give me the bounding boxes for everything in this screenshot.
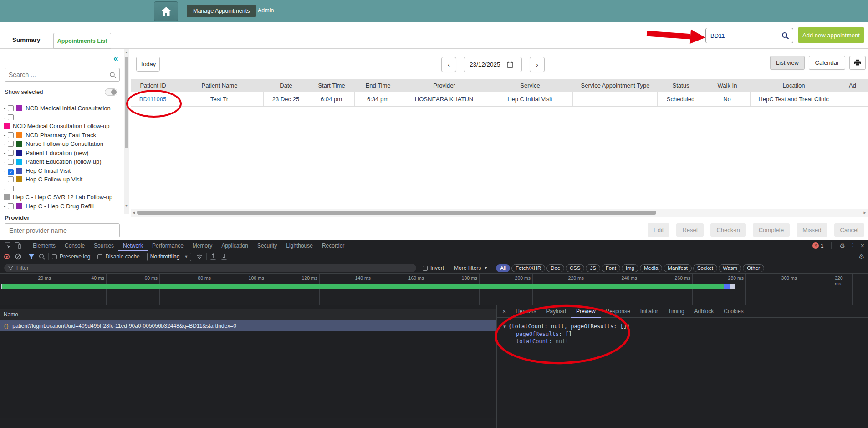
table-horizontal-scrollbar[interactable]: ◀ ▶ (131, 209, 868, 217)
service-checkbox[interactable] (8, 176, 14, 182)
details-tab-response[interactable]: Response (601, 305, 635, 318)
devtools-tab-sources[interactable]: Sources (89, 240, 118, 251)
inspect-element-icon[interactable] (4, 242, 11, 249)
details-tab-timing[interactable]: Timing (663, 305, 689, 318)
horizontal-scrollbar-thumb[interactable] (137, 211, 656, 215)
pill-doc[interactable]: Doc (546, 264, 564, 272)
sidebar-search-input[interactable] (9, 69, 107, 81)
request-row-selected[interactable]: {} patient?loginLocationUuid=409d495f-28… (0, 320, 496, 331)
invert-filter-checkbox[interactable]: Invert (423, 265, 444, 271)
scroll-up-icon[interactable]: ▲ (125, 51, 128, 54)
patient-search-input[interactable] (710, 29, 779, 42)
sidebar-scrollbar[interactable]: ▲ ▼ (124, 49, 129, 214)
pill-media[interactable]: Media (640, 264, 662, 272)
close-details-icon[interactable]: × (502, 308, 506, 315)
devtools-tab-console[interactable]: Console (60, 240, 89, 251)
pill-all[interactable]: All (496, 264, 510, 272)
missed-button[interactable]: Missed (797, 223, 827, 237)
column-header[interactable]: Service (487, 79, 573, 92)
devtools-tab-elements[interactable]: Elements (28, 240, 60, 251)
scroll-right-icon[interactable]: ▶ (864, 211, 866, 215)
column-header[interactable]: End Time (355, 79, 401, 92)
edit-button[interactable]: Edit (648, 223, 669, 237)
column-header[interactable]: Date (264, 79, 308, 92)
date-picker[interactable]: 23/12/2025 (464, 57, 522, 72)
column-header[interactable]: Service Appointment Type (573, 79, 658, 92)
filter-toggle-icon[interactable] (28, 254, 35, 260)
home-button[interactable] (154, 1, 178, 21)
manage-appointments-button[interactable]: Manage Appointments (187, 5, 256, 17)
details-tab-cookies[interactable]: Cookies (719, 305, 748, 318)
error-count-badge[interactable]: × 1 (812, 242, 823, 249)
devtools-tab-network[interactable]: Network (118, 240, 148, 251)
admin-menu[interactable]: Admin (258, 7, 274, 14)
network-filter-input[interactable]: Filter (4, 264, 416, 272)
show-selected-toggle[interactable] (105, 88, 117, 96)
column-header[interactable]: Walk In (704, 79, 751, 92)
requests-name-column-header[interactable]: Name (0, 309, 496, 320)
pill-socket[interactable]: Socket (693, 264, 717, 272)
devtools-close-icon[interactable]: × (861, 242, 864, 249)
list-view-button[interactable]: List view (770, 56, 805, 70)
cancel-button[interactable]: Cancel (834, 223, 864, 237)
sidebar-collapse-icon[interactable]: « (113, 53, 118, 63)
tree-expand-icon[interactable]: ▼ (503, 324, 506, 329)
patient-id-link[interactable]: BD111085 (131, 92, 175, 106)
json-preview[interactable]: ▼{totalCount: null, pageOfResults: []} p… (503, 323, 630, 345)
service-checkbox[interactable] (8, 141, 14, 147)
service-checkbox[interactable] (8, 150, 14, 156)
service-checkbox[interactable] (8, 132, 14, 138)
details-tab-payload[interactable]: Payload (541, 305, 571, 318)
devtools-tab-recorder[interactable]: Recorder (317, 240, 349, 251)
calendar-icon[interactable] (507, 61, 513, 68)
column-header[interactable]: Location (751, 79, 837, 92)
service-checkbox[interactable] (8, 105, 14, 111)
pill-css[interactable]: CSS (566, 264, 585, 272)
preserve-log-checkbox[interactable]: Preserve log (52, 253, 90, 260)
scroll-down-icon[interactable]: ▼ (125, 204, 128, 207)
pill-fetch-xhr[interactable]: Fetch/XHR (511, 264, 545, 272)
clear-network-log-icon[interactable] (15, 253, 21, 260)
throttling-dropdown[interactable]: No throttling▼ (147, 253, 192, 261)
network-search-icon[interactable] (39, 253, 45, 260)
devtools-tab-security[interactable]: Security (253, 240, 281, 251)
devtools-tab-performance[interactable]: Performance (148, 240, 188, 251)
service-checkbox[interactable] (8, 159, 14, 165)
scroll-left-icon[interactable]: ◀ (133, 211, 135, 215)
pill-manifest[interactable]: Manifest (664, 264, 691, 272)
record-network-log-icon[interactable] (4, 254, 10, 259)
service-checkbox-checked[interactable]: ✓ (8, 169, 14, 175)
details-tab-initiator[interactable]: Initiator (635, 305, 663, 318)
sidebar-search-icon[interactable] (109, 72, 117, 79)
devtools-tab-application[interactable]: Application (217, 240, 253, 251)
devtools-settings-gear-icon[interactable]: ⚙ (839, 242, 845, 249)
column-header[interactable]: Patient Name (175, 79, 264, 92)
pill-font[interactable]: Font (602, 264, 620, 272)
tab-appointments-list[interactable]: Appointments List (53, 33, 111, 49)
device-toolbar-icon[interactable] (15, 242, 21, 249)
print-button[interactable] (849, 56, 866, 70)
column-header[interactable]: Provider (401, 79, 487, 92)
column-header[interactable]: Ad (837, 79, 868, 92)
devtools-tab-lighthouse[interactable]: Lighthouse (281, 240, 317, 251)
check-in-button[interactable]: Check-in (710, 223, 745, 237)
import-har-icon[interactable] (210, 253, 216, 260)
column-header[interactable]: Status (658, 79, 704, 92)
search-icon[interactable] (781, 32, 789, 40)
network-settings-gear-icon[interactable]: ⚙ (858, 253, 864, 260)
column-header[interactable]: Start Time (308, 79, 355, 92)
details-tab-adblock[interactable]: Adblock (689, 305, 719, 318)
today-button[interactable]: Today (136, 57, 160, 72)
column-header[interactable]: Patient ID (131, 79, 175, 92)
disable-cache-checkbox[interactable]: Disable cache (97, 253, 139, 260)
details-tab-headers[interactable]: Headers (511, 305, 541, 318)
json-summary-line[interactable]: ▼{totalCount: null, pageOfResults: []} (503, 323, 630, 330)
network-timeline-overview[interactable]: 20 ms 40 ms 60 ms 80 ms 100 ms 120 ms 14… (0, 274, 868, 305)
details-tab-preview[interactable]: Preview (571, 305, 601, 318)
tab-summary[interactable]: Summary (12, 36, 41, 43)
service-checkbox[interactable] (8, 114, 14, 120)
pill-other[interactable]: Other (743, 264, 764, 272)
previous-day-button[interactable]: ‹ (441, 57, 456, 72)
export-har-icon[interactable] (221, 253, 227, 260)
service-checkbox[interactable] (8, 203, 14, 209)
